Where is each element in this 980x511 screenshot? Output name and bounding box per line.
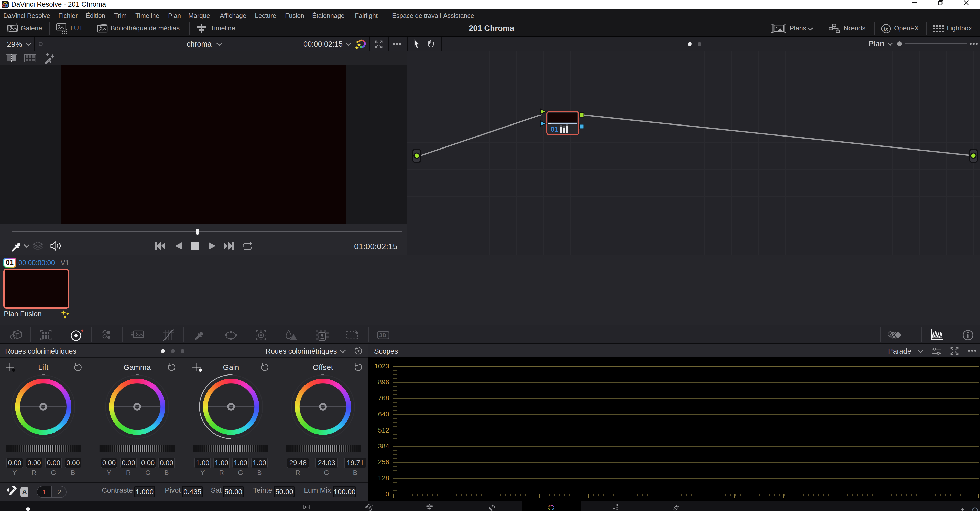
svg-text:fx: fx <box>883 26 888 32</box>
svg-text:3D: 3D <box>379 332 387 338</box>
svg-text:01: 01 <box>550 125 558 133</box>
